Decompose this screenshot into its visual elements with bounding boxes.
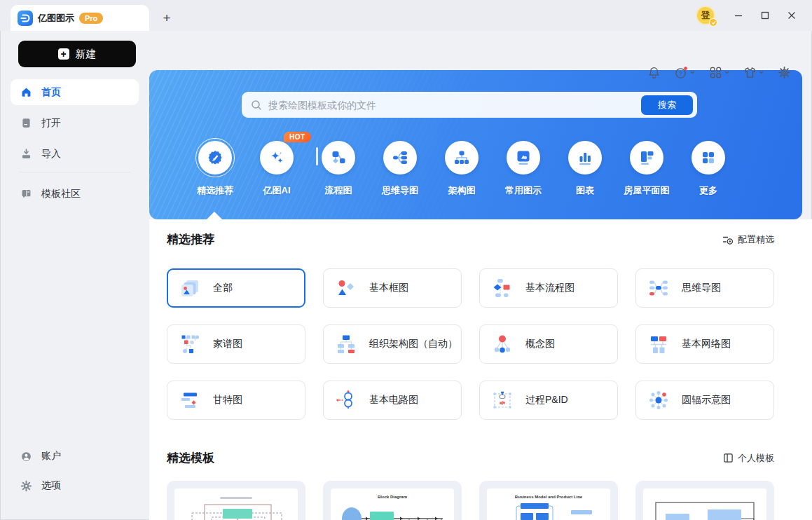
- configure-icon: [722, 234, 734, 245]
- banner-category-more[interactable]: 更多: [677, 138, 739, 197]
- apps-grid-icon: [709, 66, 722, 79]
- chevron-down-icon: [759, 71, 764, 74]
- template-thumbnail-2[interactable]: Block Diagram: [323, 481, 462, 520]
- card-org-chart-auto[interactable]: 组织架构图（自动）: [323, 324, 462, 364]
- app-window: 亿图图示 Pro + 登 +: [0, 0, 812, 520]
- sidebar-item-import[interactable]: 导入: [11, 141, 139, 167]
- templates-section-title: 精选模板: [167, 450, 214, 466]
- hot-badge: HOT: [284, 132, 311, 142]
- help-button[interactable]: ?: [672, 63, 698, 82]
- featured-templates-row: Block Diagram Business Model and: [167, 481, 774, 520]
- featured-cards-grid: 全部 基本框图 基本流程图 思维导图 家谱图: [167, 268, 774, 420]
- banner-category-floor-plan[interactable]: 房屋平面图: [616, 138, 677, 197]
- featured-badge-icon: [198, 141, 232, 175]
- more-grid-icon: [691, 141, 725, 175]
- app-tab[interactable]: 亿图图示 Pro: [11, 5, 149, 31]
- template-thumbnail-3[interactable]: Business Model and Product Line: [479, 481, 618, 520]
- svg-text:?: ?: [679, 70, 682, 77]
- all-templates-icon: [179, 278, 200, 299]
- search-bar: 搜索: [242, 92, 697, 118]
- flowchart-icon: [322, 141, 355, 175]
- family-tree-icon: [179, 334, 200, 355]
- close-button[interactable]: [781, 5, 802, 26]
- hero-banner: 搜索 精选推荐 HOT 亿图AI: [149, 70, 802, 219]
- flow-boxes-preview: [649, 495, 761, 520]
- settings-gear-icon: [778, 66, 791, 79]
- notifications-button[interactable]: [645, 63, 663, 82]
- banner-category-edraw-ai[interactable]: HOT 亿图AI: [246, 138, 308, 197]
- org-structure-icon: [445, 141, 479, 175]
- community-icon: [20, 188, 32, 200]
- card-concept-map[interactable]: 概念图: [479, 324, 618, 364]
- options-gear-icon: [20, 480, 32, 492]
- configure-featured-button[interactable]: 配置精选: [722, 233, 774, 246]
- sidebar-item-home[interactable]: 首页: [11, 79, 139, 105]
- radial-diagram-icon: [648, 390, 669, 411]
- sidebar-item-open[interactable]: 打开: [11, 110, 139, 136]
- personal-templates-icon: [723, 453, 734, 463]
- mindmap-card-icon: [648, 278, 669, 299]
- home-icon: [20, 86, 32, 98]
- card-basic-diagram[interactable]: 基本框图: [323, 268, 462, 308]
- floor-plan-icon: [630, 141, 663, 175]
- help-icon: ?: [675, 66, 688, 79]
- gantt-chart-icon: [179, 390, 200, 411]
- import-icon: [20, 148, 32, 160]
- process-pid-icon: [492, 390, 513, 411]
- banner-category-mindmap[interactable]: 思维导图: [369, 138, 431, 197]
- main-content: ?: [149, 31, 812, 520]
- personal-templates-button[interactable]: 个人模板: [723, 452, 774, 465]
- basic-flowchart-icon: [492, 278, 513, 299]
- mindmap-icon: [383, 141, 417, 175]
- category-divider: [316, 147, 318, 165]
- tab-bar: 亿图图示 Pro + 登: [0, 0, 812, 31]
- sidebar-divider: [19, 172, 130, 172]
- apps-button[interactable]: [706, 63, 732, 82]
- banner-category-common-diagrams[interactable]: 常用图示: [493, 138, 554, 197]
- featured-section-title: 精选推荐: [167, 231, 214, 247]
- app-title: 亿图图示: [38, 12, 74, 25]
- card-basic-circuit[interactable]: 基本电路图: [323, 381, 462, 420]
- new-tab-button[interactable]: +: [156, 8, 177, 29]
- bar-chart-icon: [568, 141, 602, 175]
- banner-category-architecture[interactable]: 架构图: [431, 138, 493, 197]
- basic-network-icon: [648, 334, 669, 355]
- theme-button[interactable]: [741, 63, 766, 82]
- minimize-button[interactable]: [728, 5, 749, 26]
- account-icon: [20, 451, 32, 463]
- basic-diagram-icon: [336, 278, 357, 299]
- thumbnail-title: Block Diagram: [378, 495, 407, 500]
- settings-button[interactable]: [775, 63, 794, 82]
- banner-category-charts[interactable]: 图表: [554, 138, 616, 197]
- block-diagram-preview: [336, 500, 448, 520]
- search-icon: [251, 100, 262, 111]
- card-mindmap[interactable]: 思维导图: [635, 268, 774, 308]
- card-family-tree[interactable]: 家谱图: [167, 324, 305, 364]
- search-input[interactable]: [268, 100, 641, 111]
- thumbnail-title: Business Model and Product Line: [515, 495, 582, 500]
- template-thumbnail-1[interactable]: [167, 481, 305, 520]
- sidebar-item-template-community[interactable]: 模板社区: [11, 181, 139, 207]
- sidebar-item-options[interactable]: 选项: [11, 474, 139, 498]
- ai-sparkle-icon: [260, 141, 294, 175]
- card-basic-network[interactable]: 基本网络图: [635, 324, 774, 364]
- basic-circuit-icon: [336, 390, 357, 411]
- maximize-button[interactable]: [755, 5, 776, 26]
- selected-category-pointer: [207, 212, 222, 219]
- banner-category-featured[interactable]: 精选推荐: [184, 138, 246, 197]
- sidebar-item-account[interactable]: 账户: [11, 444, 139, 468]
- bell-icon: [647, 66, 661, 79]
- user-avatar[interactable]: 登: [696, 6, 715, 25]
- new-document-button[interactable]: + 新建: [18, 41, 136, 67]
- document-icon: [20, 117, 32, 129]
- card-radial-diagram[interactable]: 圆辐示意图: [635, 381, 774, 420]
- card-basic-flowchart[interactable]: 基本流程图: [479, 268, 618, 308]
- search-button[interactable]: 搜索: [641, 95, 693, 115]
- card-process-pid[interactable]: 过程P&ID: [479, 381, 618, 420]
- shirt-icon: [743, 66, 757, 79]
- edraw-logo-icon: [18, 11, 33, 26]
- plus-icon: +: [58, 48, 69, 60]
- template-thumbnail-4[interactable]: [635, 481, 774, 520]
- card-all[interactable]: 全部: [167, 268, 305, 308]
- card-gantt-chart[interactable]: 甘特图: [167, 381, 305, 420]
